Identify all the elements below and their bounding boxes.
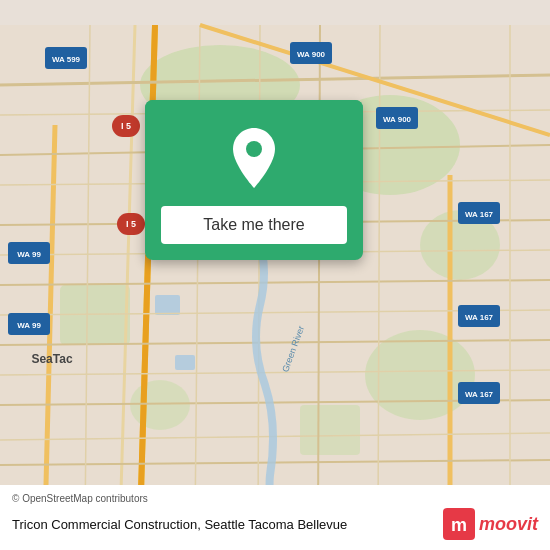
moovit-icon: m [443,508,475,540]
bottom-bar: © OpenStreetMap contributors Tricon Comm… [0,485,550,550]
attribution: © OpenStreetMap contributors [12,493,538,504]
svg-text:I 5: I 5 [126,219,136,229]
location-pin-icon [227,128,281,188]
place-name: Tricon Commercial Construction, Seattle … [12,517,443,532]
svg-text:WA 900: WA 900 [383,115,412,124]
svg-point-61 [246,141,262,157]
moovit-text-label: moovit [479,514,538,535]
svg-text:WA 167: WA 167 [465,313,494,322]
take-me-there-button[interactable]: Take me there [161,206,347,244]
popup-card: Take me there [145,100,363,260]
svg-point-5 [365,330,475,420]
attribution-text: © OpenStreetMap contributors [12,493,148,504]
svg-rect-9 [175,355,195,370]
svg-text:m: m [451,515,467,535]
svg-text:WA 167: WA 167 [465,390,494,399]
popup-icon-area [145,100,363,206]
svg-text:I 5: I 5 [121,121,131,131]
svg-rect-8 [155,295,180,315]
svg-rect-7 [300,405,360,455]
svg-text:WA 167: WA 167 [465,210,494,219]
map-container: WA 599 I 5 I 5 WA 900 WA 900 WA 167 WA 1… [0,0,550,550]
svg-text:SeaTac: SeaTac [31,352,72,366]
svg-point-6 [130,380,190,430]
svg-text:WA 900: WA 900 [297,50,326,59]
svg-text:WA 99: WA 99 [17,321,41,330]
moovit-logo: m moovit [443,508,538,540]
svg-text:WA 599: WA 599 [52,55,81,64]
svg-text:WA 99: WA 99 [17,250,41,259]
map-background: WA 599 I 5 I 5 WA 900 WA 900 WA 167 WA 1… [0,0,550,550]
bottom-row: Tricon Commercial Construction, Seattle … [12,508,538,540]
